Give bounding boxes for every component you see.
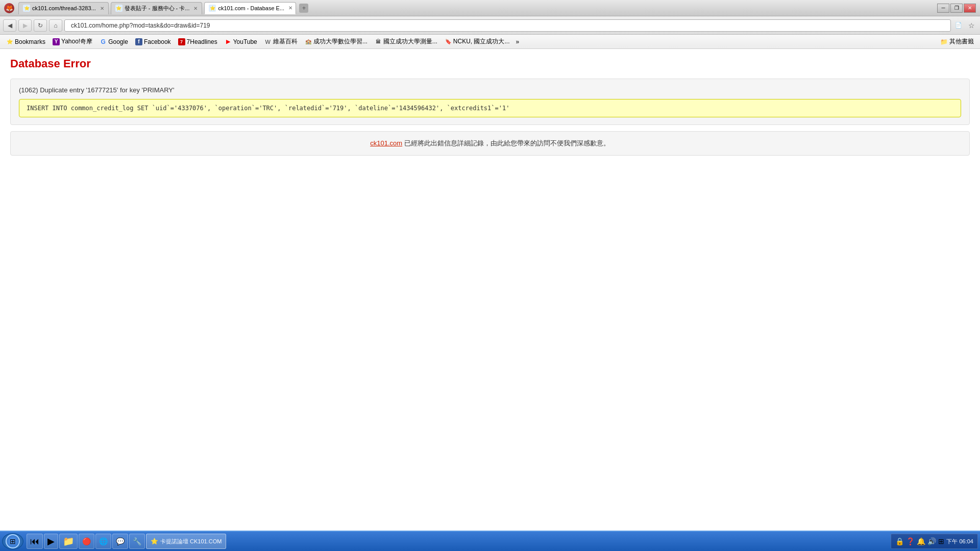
google-icon: G [100, 38, 107, 45]
bookmark-star-button[interactable]: ☆ [966, 20, 977, 31]
bookmark-google[interactable]: G Google [96, 37, 131, 46]
address-text: ck101.com/home.php?mod=task&do=draw&id=7… [71, 22, 210, 29]
ncku-icon: 🔖 [445, 38, 452, 45]
bookmark-ncku[interactable]: 🔖 NCKU, 國立成功大... [442, 36, 513, 47]
home-button[interactable]: ⌂ [49, 19, 62, 32]
forward-button[interactable]: ▶ [18, 19, 32, 32]
bookmark-yahoo[interactable]: Y Yahoo!奇摩 [50, 36, 95, 47]
bookmarks-bar: ⭐ Bookmarks Y Yahoo!奇摩 G Google f Facebo… [0, 35, 980, 49]
reader-button[interactable]: 📄 [953, 20, 964, 31]
bookmark-facebook[interactable]: f Facebook [132, 37, 174, 46]
bookmark-ncku-survey-label: 國立成功大學測量... [383, 37, 437, 46]
error-title: Database Error [10, 57, 970, 70]
window-controls: ─ ❐ ✕ [937, 4, 976, 13]
footer-text: 已經將此出錯信息詳細記錄，由此給您帶來的訪問不便我們深感歉意。 [402, 139, 610, 147]
sql-container: INSERT INTO common_credit_log SET `uid`=… [19, 99, 961, 117]
bookmark-other[interactable]: 📁 其他書籤 [937, 36, 977, 47]
minimize-button[interactable]: ─ [937, 4, 949, 13]
footer-link[interactable]: ck101.com [370, 139, 402, 147]
tab-3-label: ck101.com - Database E... [218, 5, 284, 11]
tab-3[interactable]: ⭐ ck101.com - Database E... ✕ [204, 2, 296, 14]
other-bookmarks-label: 其他書籤 [949, 37, 974, 46]
bookmark-bookmarks[interactable]: ⭐ Bookmarks [3, 37, 48, 46]
tab-2[interactable]: ⭐ 發表貼子 - 服務中心 - 卡... ✕ [111, 2, 203, 14]
nav-right-buttons: 📄 ☆ [953, 20, 977, 31]
7headlines-icon: 7 [178, 38, 185, 45]
new-tab-button[interactable]: + [299, 4, 308, 13]
tab-2-close[interactable]: ✕ [193, 6, 198, 11]
ncku-digital-icon: 🏫 [305, 38, 312, 45]
tab-1-favicon: ⭐ [23, 5, 30, 12]
wiki-icon: W [264, 38, 272, 45]
tab-1-label: ck101.com/thread-3283... [32, 5, 96, 11]
bookmark-youtube-label: YouTube [233, 38, 257, 45]
facebook-icon: f [135, 38, 142, 45]
bookmark-facebook-label: Facebook [144, 38, 171, 45]
title-bar: 🦊 ⭐ ck101.com/thread-3283... ✕ ⭐ 發表貼子 - … [0, 0, 980, 16]
address-bar[interactable]: ck101.com/home.php?mod=task&do=draw&id=7… [64, 19, 951, 32]
other-bookmarks-icon: 📁 [940, 38, 948, 45]
bookmark-bookmarks-label: Bookmarks [15, 38, 45, 45]
back-button[interactable]: ◀ [3, 19, 16, 32]
tab-1-close[interactable]: ✕ [100, 6, 104, 11]
bookmark-wiki-label: 維基百科 [273, 37, 298, 46]
bookmark-ncku-digital-label: 成功大學數位學習... [313, 37, 368, 46]
bookmark-ncku-label: NCKU, 國立成功大... [453, 37, 510, 46]
browser-logo: 🦊 [4, 3, 14, 13]
navigation-bar: ◀ ▶ ↻ ⌂ ck101.com/home.php?mod=task&do=d… [0, 16, 980, 35]
bookmark-ncku-survey[interactable]: 🏛 國立成功大學測量... [372, 36, 440, 47]
bookmarks-more[interactable]: » [514, 38, 522, 45]
error-message: (1062) Duplicate entry '16777215' for ke… [19, 86, 175, 94]
reload-button[interactable]: ↻ [34, 19, 47, 32]
page-content: Database Error (1062) Duplicate entry '1… [0, 49, 980, 531]
bookmark-ncku-digital[interactable]: 🏫 成功大學數位學習... [302, 36, 371, 47]
close-button[interactable]: ✕ [964, 4, 976, 13]
bookmark-google-label: Google [108, 38, 128, 45]
bookmark-yahoo-label: Yahoo!奇摩 [61, 37, 92, 46]
bookmark-7headlines-label: 7Headlines [187, 38, 217, 45]
yahoo-icon: Y [53, 38, 60, 45]
sql-query: INSERT INTO common_credit_log SET `uid`=… [19, 99, 961, 117]
tab-strip: 🦊 ⭐ ck101.com/thread-3283... ✕ ⭐ 發表貼子 - … [4, 2, 308, 14]
footer-box: ck101.com 已經將此出錯信息詳細記錄，由此給您帶來的訪問不便我們深感歉意… [10, 131, 970, 156]
error-box: (1062) Duplicate entry '16777215' for ke… [10, 79, 970, 125]
bookmark-wiki[interactable]: W 維基百科 [261, 36, 301, 47]
restore-button[interactable]: ❐ [950, 4, 963, 13]
bookmark-7headlines[interactable]: 7 7Headlines [175, 37, 220, 46]
bookmarks-folder-icon: ⭐ [6, 38, 13, 45]
ncku-survey-icon: 🏛 [375, 38, 382, 45]
bookmark-youtube[interactable]: ▶ YouTube [222, 37, 260, 46]
youtube-icon: ▶ [225, 38, 232, 45]
tab-2-favicon: ⭐ [115, 5, 122, 12]
tab-3-close[interactable]: ✕ [288, 5, 292, 11]
tab-2-label: 發表貼子 - 服務中心 - 卡... [125, 5, 190, 12]
tab-1[interactable]: ⭐ ck101.com/thread-3283... ✕ [18, 2, 109, 14]
tab-3-favicon: ⭐ [209, 5, 216, 12]
